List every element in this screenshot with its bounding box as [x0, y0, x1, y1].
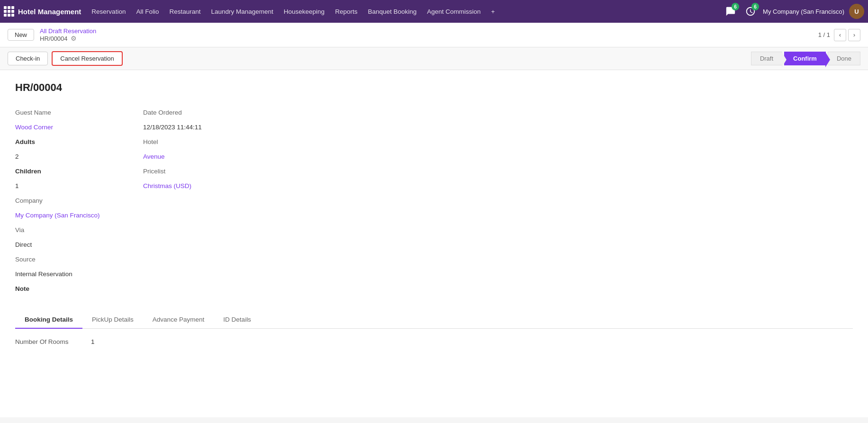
company-label: Company	[15, 193, 129, 208]
status-step-done[interactable]: Done	[828, 52, 860, 65]
adults-label: Adults	[15, 135, 129, 149]
nav-item-restaurant[interactable]: Restaurant	[164, 5, 205, 18]
form-row-source: Source Internal Reservation	[15, 252, 209, 281]
app-brand[interactable]: Hotel Management	[4, 6, 81, 17]
tabs-container: Booking DetailsPickUp DetailsAdvance Pay…	[15, 311, 853, 329]
status-bar: DraftConfirmDone	[751, 52, 860, 65]
nav-item-laundry-management[interactable]: Laundry Management	[206, 5, 278, 18]
adults-value: 2	[15, 149, 129, 164]
form-row-guest: Guest Name Wood Corner Date Ordered 12/1…	[15, 105, 209, 135]
status-step-draft[interactable]: Draft	[751, 52, 782, 65]
nav-item-housekeeping[interactable]: Housekeeping	[279, 5, 329, 18]
number-of-rooms-row: Number Of Rooms 1	[15, 338, 853, 345]
via-value: Direct	[15, 237, 129, 252]
pricelist-label: Pricelist	[143, 164, 209, 179]
tab-pickup-details[interactable]: PickUp Details	[82, 311, 143, 329]
action-bar: New All Draft Reservation HR/00004 ⚙ 1 /…	[0, 23, 868, 47]
source-value: Internal Reservation	[15, 267, 129, 281]
app-title: Hotel Management	[18, 8, 81, 16]
form-row-children: Children 1 Pricelist Christmas (USD)	[15, 164, 209, 193]
new-button[interactable]: New	[8, 29, 34, 41]
main-content: HR/00004 Guest Name Wood Corner Date Ord…	[0, 70, 868, 417]
nav-item-reservation[interactable]: Reservation	[87, 5, 130, 18]
breadcrumb: All Draft Reservation HR/00004 ⚙	[40, 27, 96, 42]
nav-item-add-more[interactable]: +	[487, 5, 500, 18]
grid-icon	[4, 6, 14, 17]
breadcrumb-current: HR/00004	[40, 35, 68, 42]
guest-name-value[interactable]: Wood Corner	[15, 120, 129, 135]
nav-item-all-folio[interactable]: All Folio	[131, 5, 163, 18]
children-label: Children	[15, 164, 129, 179]
next-record-button[interactable]: ›	[848, 29, 860, 41]
nav-arrows: 1 / 1 ‹ ›	[818, 29, 860, 41]
prev-record-button[interactable]: ‹	[834, 29, 846, 41]
tab-content: Number Of Rooms 1	[15, 329, 853, 359]
form-row-via: Via Direct	[15, 223, 209, 252]
guest-name-label: Guest Name	[15, 105, 81, 120]
gear-icon[interactable]: ⚙	[71, 35, 77, 42]
clock-notification-btn[interactable]: 6	[743, 4, 758, 19]
date-ordered-label: Date Ordered	[143, 105, 209, 120]
tab-booking-details[interactable]: Booking Details	[15, 311, 82, 329]
company-name[interactable]: My Company (San Francisco)	[763, 8, 844, 15]
form-row-adults: Adults 2 Hotel Avenue	[15, 135, 209, 164]
tabs: Booking DetailsPickUp DetailsAdvance Pay…	[15, 311, 853, 328]
nav-right: 6 6 My Company (San Francisco) U	[723, 4, 864, 19]
source-label: Source	[15, 252, 129, 267]
status-step-confirm[interactable]: Confirm	[784, 52, 826, 65]
toolbar: Check-in Cancel Reservation DraftConfirm…	[0, 47, 868, 70]
nav-item-agent-commission[interactable]: Agent Commission	[422, 5, 485, 18]
form-row-company: Company My Company (San Francisco)	[15, 193, 209, 223]
date-ordered-value: 12/18/2023 11:44:11	[143, 120, 209, 135]
form-section: Guest Name Wood Corner Date Ordered 12/1…	[15, 105, 853, 296]
form-row-note: Note	[15, 281, 209, 296]
via-label: Via	[15, 223, 129, 237]
nav-item-banquet-booking[interactable]: Banquet Booking	[363, 5, 421, 18]
chat-badge: 6	[732, 3, 739, 10]
company-value[interactable]: My Company (San Francisco)	[15, 208, 129, 223]
record-id: HR/00004	[15, 81, 853, 94]
cancel-reservation-button[interactable]: Cancel Reservation	[52, 51, 122, 66]
hotel-label: Hotel	[143, 135, 209, 149]
pricelist-value[interactable]: Christmas (USD)	[143, 179, 209, 193]
breadcrumb-sub: HR/00004 ⚙	[40, 35, 96, 42]
nav-item-reports[interactable]: Reports	[330, 5, 362, 18]
record-count: 1 / 1	[818, 31, 830, 38]
nav-items: ReservationAll FolioRestaurantLaundry Ma…	[87, 5, 721, 18]
navbar: Hotel Management ReservationAll FolioRes…	[0, 0, 868, 23]
checkin-button[interactable]: Check-in	[8, 52, 48, 65]
chat-notification-btn[interactable]: 6	[723, 4, 738, 19]
children-value: 1	[15, 179, 129, 193]
number-of-rooms-label: Number Of Rooms	[15, 338, 91, 345]
avatar[interactable]: U	[849, 4, 864, 19]
breadcrumb-parent[interactable]: All Draft Reservation	[40, 27, 96, 35]
tab-advance-payment[interactable]: Advance Payment	[143, 311, 214, 329]
tab-id-details[interactable]: ID Details	[214, 311, 261, 329]
clock-badge: 6	[751, 3, 759, 10]
number-of-rooms-value: 1	[91, 338, 95, 345]
note-label: Note	[15, 281, 129, 296]
hotel-value[interactable]: Avenue	[143, 149, 209, 164]
